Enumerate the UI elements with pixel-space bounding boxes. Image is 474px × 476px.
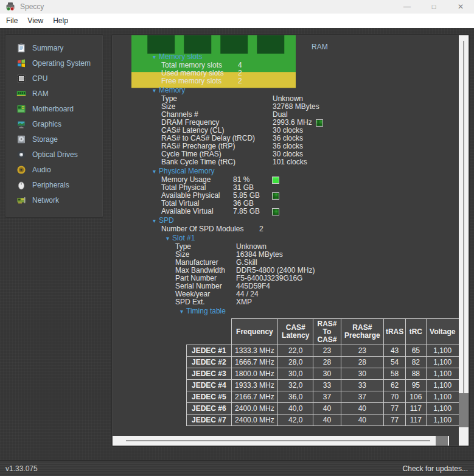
info-row-number-of-spd-modules: Number Of SPD Modules2: [161, 225, 459, 233]
cell: 117: [406, 403, 426, 415]
table-row-jedec-6: JEDEC #62400.0 MHz40,04040771171,100: [187, 403, 459, 415]
sidebar-item-storage[interactable]: Storage: [5, 131, 103, 147]
info-value: 101 clocks: [273, 158, 307, 166]
cell: 33: [313, 380, 341, 391]
sidebar-item-network[interactable]: Network: [5, 192, 103, 208]
sidebar-item-audio[interactable]: Audio: [5, 162, 103, 177]
column-header-ras-to-cas: RAS# To CAS#: [313, 319, 341, 345]
ram-page: RAM ▾Memory slotsTotal memory slots4Used…: [113, 35, 459, 435]
cell: 1,100: [426, 380, 459, 391]
cell: 1,100: [426, 403, 459, 415]
sidebar-item-label: Operating System: [32, 59, 91, 68]
cell: 54: [384, 357, 406, 368]
sidebar-item-operating-system[interactable]: Operating System: [5, 55, 103, 71]
cell: 30,0: [278, 368, 313, 380]
row-label: JEDEC #4: [187, 380, 232, 391]
cell: 65: [406, 345, 426, 357]
cell: 1666.7 MHz: [231, 357, 277, 368]
section-header-memory-slots[interactable]: ▾Memory slots: [153, 52, 459, 61]
cell: 1333.3 MHz: [231, 345, 277, 357]
ram-sections: ▾Memory slotsTotal memory slots4Used mem…: [113, 52, 459, 426]
menu-view[interactable]: View: [23, 13, 48, 28]
info-row-free-memory-slots: Free memory slots2: [161, 77, 459, 85]
minimize-button[interactable]: —: [394, 0, 420, 13]
row-label: JEDEC #6: [187, 403, 232, 415]
window-controls: — □ ✕: [394, 0, 474, 13]
sidebar-item-graphics[interactable]: Graphics: [5, 116, 103, 131]
table-row-jedec-5: JEDEC #52166.7 MHz36,03737701061,100: [187, 391, 459, 403]
section-header-timing-table[interactable]: ▾Timing table: [180, 307, 459, 316]
column-header-cas-latency: CAS# Latency: [278, 319, 313, 345]
row-label: JEDEC #2: [187, 357, 232, 368]
sidebar-item-summary[interactable]: Summary: [5, 40, 103, 55]
section-header-physical-memory[interactable]: ▾Physical Memory: [153, 167, 459, 176]
close-button[interactable]: ✕: [447, 0, 474, 13]
row-label: JEDEC #5: [187, 391, 232, 403]
column-header-frequency: Frequency: [231, 319, 277, 345]
grid-graph-icon: [316, 119, 323, 127]
grid-graph-icon: [272, 208, 279, 215]
main-area: SummaryOperating SystemCPURAMMotherboard…: [0, 28, 474, 460]
cell: 95: [406, 380, 426, 391]
page-title: RAM: [312, 43, 328, 51]
sidebar-item-cpu[interactable]: CPU: [5, 71, 103, 86]
grid-graph-icon: [272, 192, 279, 200]
vertical-scrollbar[interactable]: [459, 35, 469, 446]
check-for-updates-link[interactable]: Check for updates...: [403, 464, 468, 473]
cell: 40: [341, 403, 383, 415]
sidebar-item-optical-drives[interactable]: Optical Drives: [5, 147, 103, 162]
operating-system-icon: [16, 58, 26, 68]
sidebar-item-motherboard[interactable]: Motherboard: [5, 101, 103, 116]
menu-help[interactable]: Help: [48, 13, 73, 28]
section-title: Physical Memory: [159, 167, 214, 176]
cell: 1,100: [426, 368, 459, 380]
motherboard-icon: [16, 104, 26, 114]
cpu-icon: [16, 74, 26, 83]
cell: 40: [313, 403, 341, 415]
content-panel: RAM ▾Memory slotsTotal memory slots4Used…: [111, 34, 470, 447]
info-label: Bank Cycle Time (tRC): [161, 158, 273, 166]
cell: 82: [406, 357, 426, 368]
info-label: Free memory slots: [161, 77, 238, 85]
vertical-scrollbar-thumb[interactable]: [459, 393, 469, 427]
version-label: v1.33.075: [5, 464, 38, 473]
info-label: Number Of SPD Modules: [161, 225, 259, 233]
optical-drives-icon: [16, 150, 26, 159]
column-header-trc: tRC: [406, 319, 426, 345]
sidebar-item-label: Storage: [32, 135, 58, 144]
sidebar-item-peripherals[interactable]: Peripherals: [5, 177, 103, 192]
menu-file[interactable]: File: [1, 13, 23, 28]
section-header-slot-1[interactable]: ▾Slot #1: [166, 234, 459, 243]
column-header-voltage: Voltage: [426, 319, 459, 345]
cell: 36,0: [278, 391, 313, 403]
maximize-button[interactable]: □: [420, 0, 447, 13]
info-label: Available Virtual: [161, 208, 233, 215]
column-header-ras-precharge: RAS# Precharge: [341, 319, 383, 345]
cell: 33: [341, 380, 383, 391]
table-header-row: FrequencyCAS# LatencyRAS# To CAS#RAS# Pr…: [187, 319, 459, 345]
cell: 77: [384, 415, 406, 426]
sidebar-item-label: Optical Drives: [32, 150, 78, 159]
cell: 40,0: [278, 403, 313, 415]
section-title: SPD: [159, 216, 174, 225]
cell: 28,0: [278, 357, 313, 368]
title-bar: Speccy — □ ✕: [0, 0, 474, 13]
horizontal-scrollbar-thumb[interactable]: [436, 436, 448, 446]
info-row-serial-number: Serial Number445D59F4: [175, 282, 459, 290]
collapse-arrow-icon: ▾: [153, 167, 156, 176]
page-header: RAM: [122, 42, 459, 52]
sidebar-item-ram[interactable]: RAM: [5, 86, 103, 101]
sidebar-item-label: Audio: [32, 166, 51, 174]
section-header-spd[interactable]: ▾SPD: [153, 216, 459, 225]
vertical-scrollbar-groove: [463, 41, 464, 394]
section-title: Slot #1: [172, 234, 195, 243]
cell: 28: [313, 357, 341, 368]
horizontal-scrollbar[interactable]: [113, 436, 449, 446]
table-row-jedec-3: JEDEC #31800.0 MHz30,0303058881,100: [187, 368, 459, 380]
table-corner: [187, 319, 232, 345]
column-header-tras: tRAS: [384, 319, 406, 345]
row-label: JEDEC #7: [187, 415, 232, 426]
usage-graph-icon: [272, 177, 279, 184]
cell: 62: [384, 380, 406, 391]
info-row-bank-cycle-time-trc: Bank Cycle Time (tRC)101 clocks: [161, 158, 459, 166]
